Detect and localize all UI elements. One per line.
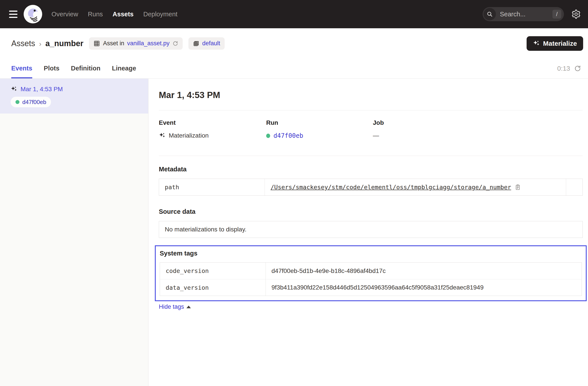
nav-deployment[interactable]: Deployment: [143, 11, 178, 18]
divider: [159, 156, 583, 156]
settings-gear-icon[interactable]: [571, 9, 581, 19]
asset-group-badge[interactable]: default: [189, 37, 225, 50]
asset-group-icon: [193, 40, 199, 47]
event-column: Event Materialization: [159, 119, 266, 139]
copy-icon[interactable]: [515, 184, 521, 190]
run-status-dot: [266, 134, 270, 138]
system-tags-highlight: System tags code_version d47f00eb-5d1b-4…: [155, 245, 587, 301]
breadcrumb-current-asset: a_number: [45, 39, 83, 48]
event-detail-panel: Mar 1, 4:53 PM Event Materialization: [148, 79, 588, 386]
hamburger-icon: [9, 11, 18, 12]
tabs: Events Plots Definition Lineage: [11, 59, 136, 78]
nav-right: /: [483, 7, 581, 21]
nav-left: Overview Runs Assets Deployment: [9, 5, 177, 23]
run-column: Run d47f00eb: [266, 119, 373, 139]
content-area: Mar 1, 4:53 PM d47f00eb Mar 1, 4:53 PM E…: [0, 79, 588, 386]
events-sidebar: Mar 1, 4:53 PM d47f00eb: [0, 79, 148, 386]
tab-definition[interactable]: Definition: [71, 59, 101, 78]
table-grid-icon: [93, 40, 100, 47]
top-nav: Overview Runs Assets Deployment /: [0, 0, 588, 28]
job-column-label: Job: [373, 119, 583, 126]
refresh-icon[interactable]: [574, 65, 581, 72]
reload-definition-icon[interactable]: [172, 41, 178, 46]
run-column-label: Run: [266, 119, 373, 126]
dagster-logo: [24, 5, 42, 23]
collapse-arrow-icon: [187, 306, 191, 308]
tag-value: d47f00eb-5d1b-4e9e-b18c-4896af4bd17c: [266, 263, 582, 279]
tab-plots[interactable]: Plots: [44, 59, 60, 78]
nav-overview[interactable]: Overview: [51, 11, 78, 18]
materialization-sparkle-icon: [11, 86, 17, 93]
asset-file-link[interactable]: vanilla_asset.py: [127, 40, 169, 47]
event-column-label: Event: [159, 119, 266, 126]
tag-value: 9f3b411a390fd22e158d446d5d12504963596aa6…: [266, 279, 582, 296]
event-summary: Event Materialization Run: [159, 110, 583, 156]
primary-nav: Overview Runs Assets Deployment: [51, 11, 177, 18]
system-tags-table: code_version d47f00eb-5d1b-4e9e-b18c-489…: [160, 262, 582, 296]
asset-definition-badge[interactable]: Asset in vanilla_asset.py: [89, 37, 182, 50]
table-gutter: [566, 179, 583, 195]
app-window: Overview Runs Assets Deployment /: [0, 0, 588, 386]
table-row: path /Users/smackesey/stm/code/elementl/…: [159, 179, 583, 195]
nav-runs[interactable]: Runs: [88, 11, 103, 18]
path-link[interactable]: /Users/smackesey/stm/code/elementl/oss/t…: [271, 184, 511, 191]
hide-tags-link[interactable]: Hide tags: [159, 304, 191, 310]
tab-lineage[interactable]: Lineage: [112, 59, 136, 78]
page-header: Assets › a_number Asset in vanilla_asset…: [0, 28, 588, 59]
metadata-key: path: [159, 179, 265, 195]
breadcrumb-separator: ›: [39, 40, 41, 48]
event-timestamp-link[interactable]: Mar 1, 4:53 PM: [21, 86, 63, 93]
refresh-countdown: 0:13: [557, 65, 570, 72]
source-data-heading: Source data: [159, 208, 583, 215]
metadata-heading: Metadata: [159, 166, 583, 173]
table-row: code_version d47f00eb-5d1b-4e9e-b18c-489…: [160, 263, 582, 279]
source-data-box: No materializations to display.: [159, 221, 583, 238]
breadcrumb-assets-link[interactable]: Assets: [11, 39, 35, 48]
metadata-table: path /Users/smackesey/stm/code/elementl/…: [159, 179, 583, 196]
nav-assets[interactable]: Assets: [113, 11, 134, 18]
table-row: data_version 9f3b411a390fd22e158d446d5d1…: [160, 279, 582, 296]
source-data-empty-message: No materializations to display.: [165, 226, 247, 233]
asset-badge-prefix: Asset in: [103, 40, 124, 47]
system-tags-heading: System tags: [160, 250, 582, 257]
materialization-sparkle-icon: [159, 132, 166, 139]
run-status-dot: [16, 100, 20, 104]
event-list-item[interactable]: Mar 1, 4:53 PM d47f00eb: [0, 79, 148, 114]
job-column: Job —: [373, 119, 583, 139]
refresh-area: 0:13: [557, 59, 581, 78]
run-id-pill[interactable]: d47f00eb: [11, 97, 51, 107]
run-id-link[interactable]: d47f00eb: [273, 132, 303, 139]
sparkle-icon: [533, 40, 540, 47]
search-input[interactable]: [496, 10, 552, 18]
search-box[interactable]: /: [483, 7, 564, 21]
event-title: Mar 1, 4:53 PM: [159, 90, 583, 100]
tab-bar: Events Plots Definition Lineage 0:13: [0, 59, 588, 79]
run-id-label: d47f00eb: [22, 99, 46, 105]
materialize-label: Materialize: [543, 40, 577, 47]
job-value: —: [373, 132, 583, 139]
materialize-button[interactable]: Materialize: [526, 36, 583, 51]
tag-key: data_version: [160, 279, 266, 296]
menu-button[interactable]: [9, 9, 18, 19]
tag-key: code_version: [160, 263, 266, 279]
tab-events[interactable]: Events: [11, 59, 32, 78]
event-line: Mar 1, 4:53 PM: [11, 86, 143, 93]
hide-tags-label: Hide tags: [159, 304, 184, 310]
search-shortcut-key: /: [552, 10, 561, 19]
breadcrumb: Assets › a_number: [11, 39, 83, 48]
asset-group-link[interactable]: default: [202, 40, 220, 47]
search-icon: [483, 8, 496, 20]
event-type-value: Materialization: [169, 132, 209, 139]
